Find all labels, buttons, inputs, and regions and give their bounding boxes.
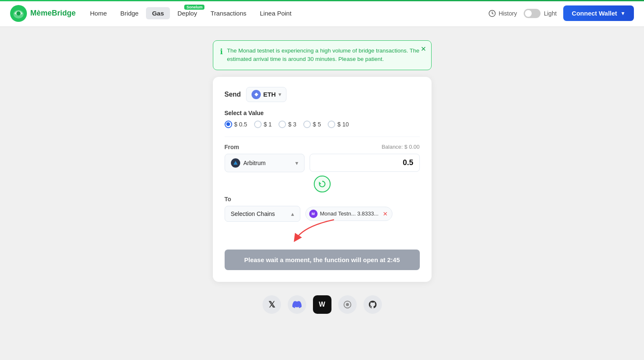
radio-circle-5 [303,121,311,128]
main-content: ℹ The Monad testnet is experiencing a hi… [0,27,644,331]
from-chain-select[interactable]: Arbitrum ▾ [225,154,305,172]
selection-chains-chevron: ▴ [291,210,294,217]
nav-gas[interactable]: Gas [146,7,170,19]
from-section-header: From Balance: $ 0.00 [225,144,420,150]
nav-bridge[interactable]: Bridge [114,7,144,19]
github-icon[interactable] [363,295,382,314]
swap-button[interactable] [314,176,331,192]
history-label: History [498,10,517,17]
to-section: To Selection Chains ▴ M Monad Testn... 3… [225,196,420,243]
svg-point-2 [16,11,21,16]
monad-tag: M Monad Testn... 3.8333... ✕ [305,207,392,221]
amount-input[interactable] [310,154,420,172]
from-label: From [225,144,239,150]
radio-10[interactable]: $ 10 [328,121,349,128]
deploy-badge: Sonelum [184,5,204,10]
theme-label: Light [544,10,557,17]
radio-circle-0.5 [225,121,232,128]
radio-circle-10 [328,121,335,128]
radio-circle-3 [278,121,286,128]
selection-chains-select[interactable]: Selection Chains ▴ [225,206,300,222]
logo[interactable]: MèmeBridge [10,5,76,22]
history-icon [488,10,496,17]
monad-close-button[interactable]: ✕ [383,210,388,217]
swap-row [225,176,420,192]
monad-tag-label: Monad Testn... 3.8333... [320,210,379,217]
token-dropdown-icon: ▾ [278,92,281,97]
nav-deploy[interactable]: Deploy Sonelum [172,7,203,19]
swap-icon [318,180,326,188]
chevron-down-icon: ▼ [620,11,625,16]
send-label: Send [225,91,241,98]
footer: 𝕏 W [262,295,382,314]
to-row: Selection Chains ▴ M Monad Testn... 3.83… [225,206,420,222]
selection-chains-label: Selection Chains [231,210,275,217]
bridge-card: Send ◆ ETH ▾ Select a Value $ 0.5 $ 1 $ … [213,77,432,282]
svg-point-5 [346,303,349,306]
nav-linea-point[interactable]: Linea Point [254,7,297,19]
nav-transactions[interactable]: Transactions [204,7,252,19]
arbitrum-icon [231,158,240,168]
nav-home[interactable]: Home [84,7,113,19]
divider-1 [225,137,420,137]
brand-name: MèmeBridge [30,9,76,18]
radio-group: $ 0.5 $ 1 $ 3 $ 5 $ 10 [225,121,420,128]
balance-display: Balance: $ 0.00 [382,144,419,150]
from-chain-row: Arbitrum ▾ [225,154,420,172]
discord-icon[interactable] [288,295,306,314]
radio-circle-1 [254,121,262,128]
radio-0.5[interactable]: $ 0.5 [225,121,247,128]
select-value-label: Select a Value [225,110,420,116]
alert-close-button[interactable]: ✕ [421,45,426,53]
connect-wallet-button[interactable]: Connect Wallet ▼ [563,5,634,21]
toggle-switch[interactable] [524,9,541,18]
alert-message: The Monad testnet is experiencing a high… [227,47,424,64]
from-chain-label: Arbitrum [244,160,266,166]
radio-5[interactable]: $ 5 [303,121,321,128]
twitter-icon[interactable]: 𝕏 [262,295,281,314]
connect-wallet-label: Connect Wallet [572,10,617,17]
eth-icon: ◆ [252,90,261,99]
send-row: Send ◆ ETH ▾ [225,87,420,102]
token-select[interactable]: ◆ ETH ▾ [246,87,286,102]
nav-links: Home Bridge Gas Deploy Sonelum Transacti… [84,7,485,19]
from-chain-chevron: ▾ [295,160,298,166]
wait-button: Please wait a moment, the function will … [225,250,420,270]
info-icon: ℹ [220,47,223,56]
logo-icon [10,5,27,22]
nav-right: History Light Connect Wallet ▼ [488,5,634,21]
alert-banner: ℹ The Monad testnet is experiencing a hi… [213,40,432,70]
radio-3[interactable]: $ 3 [278,121,296,128]
to-section-header: To [225,196,420,202]
history-button[interactable]: History [488,10,517,17]
navbar: MèmeBridge Home Bridge Gas Deploy Sonelu… [0,0,644,27]
gitbook-icon[interactable] [338,295,357,314]
monad-icon: M [309,210,318,218]
radio-1[interactable]: $ 1 [254,121,272,128]
token-label: ETH [263,91,276,98]
warpcast-icon[interactable]: W [313,295,331,314]
to-label: To [225,196,231,202]
red-arrow-annotation [225,222,420,243]
theme-toggle[interactable]: Light [524,9,557,18]
